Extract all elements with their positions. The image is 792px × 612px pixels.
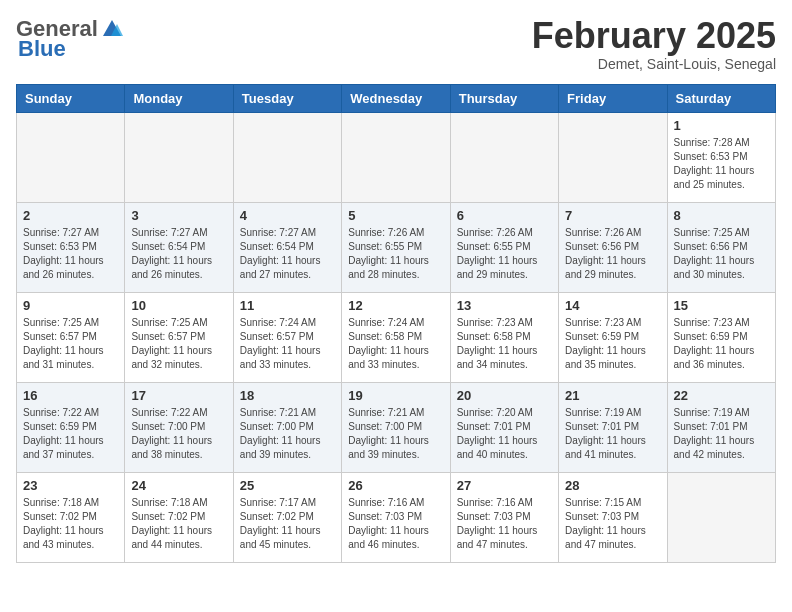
- calendar-day-cell: 2Sunrise: 7:27 AM Sunset: 6:53 PM Daylig…: [17, 202, 125, 292]
- day-number: 20: [457, 388, 552, 403]
- calendar-day-cell: 13Sunrise: 7:23 AM Sunset: 6:58 PM Dayli…: [450, 292, 558, 382]
- day-number: 15: [674, 298, 769, 313]
- calendar-day-cell: 10Sunrise: 7:25 AM Sunset: 6:57 PM Dayli…: [125, 292, 233, 382]
- day-info: Sunrise: 7:28 AM Sunset: 6:53 PM Dayligh…: [674, 136, 769, 192]
- day-info: Sunrise: 7:27 AM Sunset: 6:54 PM Dayligh…: [240, 226, 335, 282]
- calendar-day-cell: 27Sunrise: 7:16 AM Sunset: 7:03 PM Dayli…: [450, 472, 558, 562]
- day-number: 11: [240, 298, 335, 313]
- title-block: February 2025 Demet, Saint-Louis, Senega…: [532, 16, 776, 72]
- day-number: 16: [23, 388, 118, 403]
- weekday-header: Wednesday: [342, 84, 450, 112]
- calendar-day-cell: 19Sunrise: 7:21 AM Sunset: 7:00 PM Dayli…: [342, 382, 450, 472]
- day-number: 10: [131, 298, 226, 313]
- day-info: Sunrise: 7:23 AM Sunset: 6:59 PM Dayligh…: [674, 316, 769, 372]
- day-info: Sunrise: 7:19 AM Sunset: 7:01 PM Dayligh…: [674, 406, 769, 462]
- calendar-day-cell: 8Sunrise: 7:25 AM Sunset: 6:56 PM Daylig…: [667, 202, 775, 292]
- month-title: February 2025: [532, 16, 776, 56]
- day-number: 17: [131, 388, 226, 403]
- logo-icon: [101, 18, 123, 40]
- weekday-header: Friday: [559, 84, 667, 112]
- day-info: Sunrise: 7:15 AM Sunset: 7:03 PM Dayligh…: [565, 496, 660, 552]
- day-number: 26: [348, 478, 443, 493]
- calendar-day-cell: [450, 112, 558, 202]
- day-info: Sunrise: 7:27 AM Sunset: 6:53 PM Dayligh…: [23, 226, 118, 282]
- calendar-week-row: 2Sunrise: 7:27 AM Sunset: 6:53 PM Daylig…: [17, 202, 776, 292]
- weekday-header: Tuesday: [233, 84, 341, 112]
- day-number: 24: [131, 478, 226, 493]
- calendar-week-row: 1Sunrise: 7:28 AM Sunset: 6:53 PM Daylig…: [17, 112, 776, 202]
- day-info: Sunrise: 7:19 AM Sunset: 7:01 PM Dayligh…: [565, 406, 660, 462]
- day-info: Sunrise: 7:26 AM Sunset: 6:55 PM Dayligh…: [457, 226, 552, 282]
- day-info: Sunrise: 7:17 AM Sunset: 7:02 PM Dayligh…: [240, 496, 335, 552]
- day-info: Sunrise: 7:24 AM Sunset: 6:58 PM Dayligh…: [348, 316, 443, 372]
- day-number: 2: [23, 208, 118, 223]
- day-info: Sunrise: 7:26 AM Sunset: 6:55 PM Dayligh…: [348, 226, 443, 282]
- weekday-header: Saturday: [667, 84, 775, 112]
- day-number: 4: [240, 208, 335, 223]
- calendar-table: SundayMondayTuesdayWednesdayThursdayFrid…: [16, 84, 776, 563]
- day-number: 23: [23, 478, 118, 493]
- calendar-day-cell: 22Sunrise: 7:19 AM Sunset: 7:01 PM Dayli…: [667, 382, 775, 472]
- calendar-day-cell: [667, 472, 775, 562]
- weekday-header: Thursday: [450, 84, 558, 112]
- day-info: Sunrise: 7:23 AM Sunset: 6:59 PM Dayligh…: [565, 316, 660, 372]
- calendar-day-cell: 15Sunrise: 7:23 AM Sunset: 6:59 PM Dayli…: [667, 292, 775, 382]
- day-number: 22: [674, 388, 769, 403]
- day-info: Sunrise: 7:16 AM Sunset: 7:03 PM Dayligh…: [457, 496, 552, 552]
- calendar-day-cell: 14Sunrise: 7:23 AM Sunset: 6:59 PM Dayli…: [559, 292, 667, 382]
- calendar-day-cell: 11Sunrise: 7:24 AM Sunset: 6:57 PM Dayli…: [233, 292, 341, 382]
- day-number: 1: [674, 118, 769, 133]
- day-number: 28: [565, 478, 660, 493]
- calendar-week-row: 23Sunrise: 7:18 AM Sunset: 7:02 PM Dayli…: [17, 472, 776, 562]
- calendar-week-row: 9Sunrise: 7:25 AM Sunset: 6:57 PM Daylig…: [17, 292, 776, 382]
- day-info: Sunrise: 7:20 AM Sunset: 7:01 PM Dayligh…: [457, 406, 552, 462]
- weekday-header: Monday: [125, 84, 233, 112]
- day-info: Sunrise: 7:18 AM Sunset: 7:02 PM Dayligh…: [23, 496, 118, 552]
- day-number: 14: [565, 298, 660, 313]
- logo: General Blue: [16, 16, 123, 62]
- day-number: 19: [348, 388, 443, 403]
- day-info: Sunrise: 7:22 AM Sunset: 7:00 PM Dayligh…: [131, 406, 226, 462]
- calendar-day-cell: 4Sunrise: 7:27 AM Sunset: 6:54 PM Daylig…: [233, 202, 341, 292]
- calendar-day-cell: 21Sunrise: 7:19 AM Sunset: 7:01 PM Dayli…: [559, 382, 667, 472]
- day-info: Sunrise: 7:26 AM Sunset: 6:56 PM Dayligh…: [565, 226, 660, 282]
- calendar-day-cell: [125, 112, 233, 202]
- day-number: 21: [565, 388, 660, 403]
- logo-blue-text: Blue: [18, 36, 66, 62]
- day-info: Sunrise: 7:25 AM Sunset: 6:56 PM Dayligh…: [674, 226, 769, 282]
- day-info: Sunrise: 7:18 AM Sunset: 7:02 PM Dayligh…: [131, 496, 226, 552]
- day-number: 9: [23, 298, 118, 313]
- day-info: Sunrise: 7:27 AM Sunset: 6:54 PM Dayligh…: [131, 226, 226, 282]
- calendar-day-cell: 5Sunrise: 7:26 AM Sunset: 6:55 PM Daylig…: [342, 202, 450, 292]
- weekday-header: Sunday: [17, 84, 125, 112]
- day-number: 25: [240, 478, 335, 493]
- day-number: 3: [131, 208, 226, 223]
- calendar-day-cell: 1Sunrise: 7:28 AM Sunset: 6:53 PM Daylig…: [667, 112, 775, 202]
- page-header: General Blue February 2025 Demet, Saint-…: [16, 16, 776, 72]
- calendar-week-row: 16Sunrise: 7:22 AM Sunset: 6:59 PM Dayli…: [17, 382, 776, 472]
- day-number: 5: [348, 208, 443, 223]
- calendar-day-cell: 24Sunrise: 7:18 AM Sunset: 7:02 PM Dayli…: [125, 472, 233, 562]
- day-info: Sunrise: 7:23 AM Sunset: 6:58 PM Dayligh…: [457, 316, 552, 372]
- day-info: Sunrise: 7:22 AM Sunset: 6:59 PM Dayligh…: [23, 406, 118, 462]
- calendar-day-cell: 23Sunrise: 7:18 AM Sunset: 7:02 PM Dayli…: [17, 472, 125, 562]
- calendar-day-cell: 25Sunrise: 7:17 AM Sunset: 7:02 PM Dayli…: [233, 472, 341, 562]
- day-info: Sunrise: 7:24 AM Sunset: 6:57 PM Dayligh…: [240, 316, 335, 372]
- calendar-day-cell: 16Sunrise: 7:22 AM Sunset: 6:59 PM Dayli…: [17, 382, 125, 472]
- day-info: Sunrise: 7:25 AM Sunset: 6:57 PM Dayligh…: [131, 316, 226, 372]
- calendar-day-cell: 9Sunrise: 7:25 AM Sunset: 6:57 PM Daylig…: [17, 292, 125, 382]
- calendar-day-cell: 6Sunrise: 7:26 AM Sunset: 6:55 PM Daylig…: [450, 202, 558, 292]
- calendar-day-cell: 26Sunrise: 7:16 AM Sunset: 7:03 PM Dayli…: [342, 472, 450, 562]
- calendar-day-cell: 12Sunrise: 7:24 AM Sunset: 6:58 PM Dayli…: [342, 292, 450, 382]
- day-number: 18: [240, 388, 335, 403]
- day-number: 6: [457, 208, 552, 223]
- calendar-day-cell: 3Sunrise: 7:27 AM Sunset: 6:54 PM Daylig…: [125, 202, 233, 292]
- day-info: Sunrise: 7:21 AM Sunset: 7:00 PM Dayligh…: [240, 406, 335, 462]
- calendar-day-cell: 28Sunrise: 7:15 AM Sunset: 7:03 PM Dayli…: [559, 472, 667, 562]
- calendar-day-cell: 18Sunrise: 7:21 AM Sunset: 7:00 PM Dayli…: [233, 382, 341, 472]
- calendar-day-cell: 7Sunrise: 7:26 AM Sunset: 6:56 PM Daylig…: [559, 202, 667, 292]
- calendar-day-cell: [559, 112, 667, 202]
- calendar-day-cell: [342, 112, 450, 202]
- day-info: Sunrise: 7:16 AM Sunset: 7:03 PM Dayligh…: [348, 496, 443, 552]
- calendar-day-cell: 20Sunrise: 7:20 AM Sunset: 7:01 PM Dayli…: [450, 382, 558, 472]
